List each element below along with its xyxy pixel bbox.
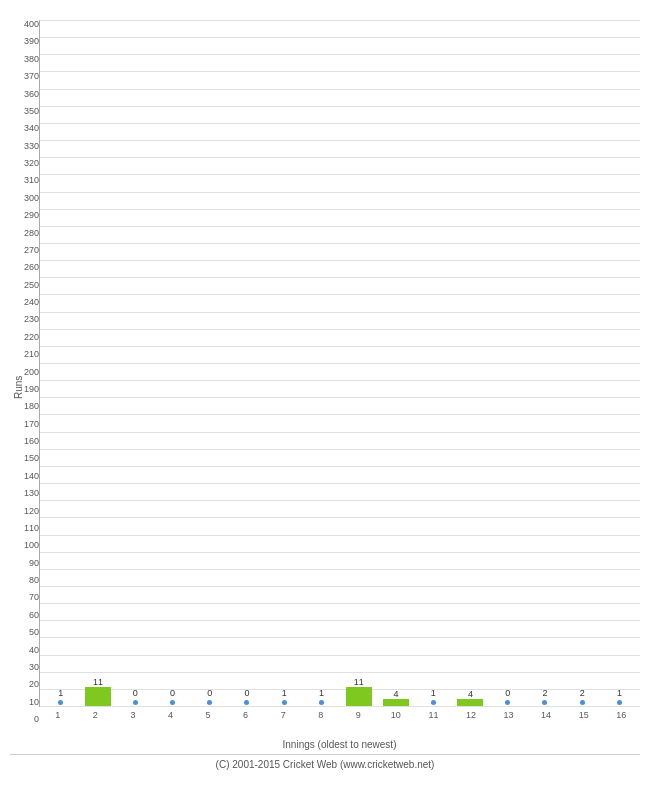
y-tick: 140 [24,472,39,481]
bar-value-label: 1 [266,688,303,698]
x-tick: 13 [490,710,528,720]
x-tick: 14 [527,710,565,720]
y-tick: 390 [24,37,39,46]
bar-value-label: 1 [303,688,340,698]
bar-group: 1 [42,20,79,706]
x-tick: 12 [452,710,490,720]
bar-rect [383,699,409,706]
bar-value-label: 0 [154,688,191,698]
y-tick: 250 [24,281,39,290]
bar-group: 2 [526,20,563,706]
bar-value-label: 2 [526,688,563,698]
y-tick: 130 [24,489,39,498]
bar-value-label: 0 [191,688,228,698]
y-tick: 330 [24,142,39,151]
y-tick: 280 [24,229,39,238]
x-tick: 3 [114,710,152,720]
y-tick: 220 [24,333,39,342]
x-axis: 12345678910111213141516 [39,707,640,737]
bar-dot [617,700,622,705]
bar-dot [133,700,138,705]
y-tick: 190 [24,385,39,394]
bar-dot [244,700,249,705]
y-tick: 370 [24,72,39,81]
y-tick: 340 [24,124,39,133]
y-tick: 60 [29,611,39,620]
bar-value-label: 1 [42,688,79,698]
y-tick: 170 [24,420,39,429]
bar-value-label: 11 [79,677,116,687]
y-tick: 20 [29,680,39,689]
y-tick: 350 [24,107,39,116]
x-tick: 2 [77,710,115,720]
bar-dot [282,700,287,705]
bar-dot [542,700,547,705]
x-tick: 5 [189,710,227,720]
bar-value-label: 1 [601,688,638,698]
y-tick: 50 [29,628,39,637]
chart-area: Runs 40039038037036035034033032031030029… [10,20,640,754]
x-tick: 1 [39,710,77,720]
y-tick: 290 [24,211,39,220]
x-axis-title: Innings (oldest to newest) [39,739,640,754]
bar-rect [85,687,111,706]
y-tick: 160 [24,437,39,446]
y-tick: 310 [24,176,39,185]
y-axis-title: Runs [10,20,24,754]
plot-area: 111000011114140221 123456789101112131415… [39,20,640,754]
y-tick: 230 [24,315,39,324]
x-tick: 4 [152,710,190,720]
y-tick: 80 [29,576,39,585]
bar-dot [207,700,212,705]
bar-value-label: 1 [415,688,452,698]
bar-group: 0 [228,20,265,706]
y-tick: 40 [29,646,39,655]
x-tick: 9 [340,710,378,720]
bar-value-label: 4 [452,689,489,699]
bar-group: 0 [489,20,526,706]
bar-value-label: 0 [489,688,526,698]
y-tick: 10 [29,698,39,707]
bar-group: 11 [340,20,377,706]
bar-dot [170,700,175,705]
y-tick: 300 [24,194,39,203]
bar-group: 4 [377,20,414,706]
grid-and-bars: 111000011114140221 [39,20,640,707]
y-tick: 240 [24,298,39,307]
bar-value-label: 2 [564,688,601,698]
y-axis-wrapper: Runs 40039038037036035034033032031030029… [10,20,39,754]
x-tick: 7 [264,710,302,720]
bar-value-label: 0 [117,688,154,698]
chart-container: Runs 40039038037036035034033032031030029… [0,0,650,800]
y-tick: 100 [24,541,39,550]
y-tick: 260 [24,263,39,272]
bar-group: 1 [303,20,340,706]
y-tick: 120 [24,507,39,516]
y-tick: 200 [24,368,39,377]
bar-group: 4 [452,20,489,706]
bar-group: 0 [117,20,154,706]
y-ticks: 4003903803703603503403303203103002902802… [24,20,39,754]
bar-value-label: 4 [377,689,414,699]
y-tick: 360 [24,90,39,99]
x-tick: 15 [565,710,603,720]
bars-container: 111000011114140221 [40,20,640,706]
x-tick: 10 [377,710,415,720]
y-tick: 30 [29,663,39,672]
bar-rect [457,699,483,706]
bar-group: 1 [415,20,452,706]
x-tick: 16 [602,710,640,720]
bar-dot [431,700,436,705]
bar-rect [346,687,372,706]
bar-dot [580,700,585,705]
y-tick: 70 [29,593,39,602]
footer: (C) 2001-2015 Cricket Web (www.cricketwe… [10,754,640,770]
y-tick: 380 [24,55,39,64]
y-tick: 110 [24,524,39,533]
bar-dot [319,700,324,705]
x-tick: 11 [415,710,453,720]
bar-group: 0 [191,20,228,706]
y-tick: 90 [29,559,39,568]
x-tick: 8 [302,710,340,720]
grid-line [40,706,640,707]
